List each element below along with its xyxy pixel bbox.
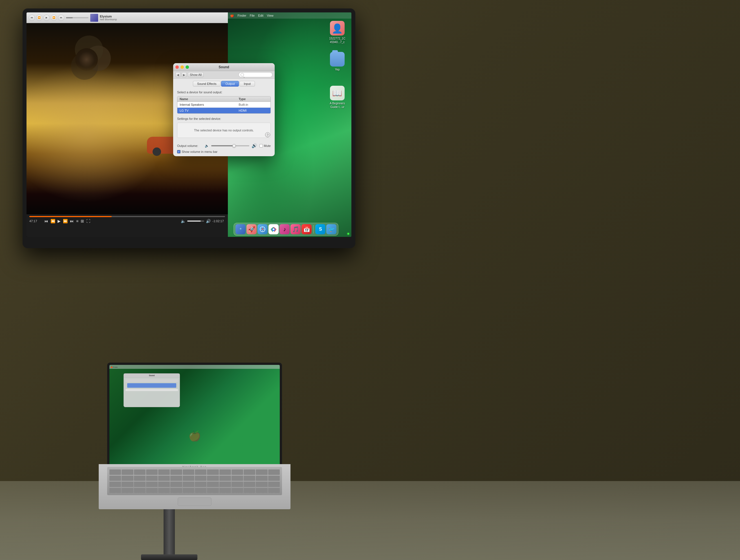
key-44[interactable] (121, 487, 133, 493)
device-row-lgtv[interactable]: LG TV HDMI (177, 108, 270, 113)
key-2[interactable] (121, 469, 133, 475)
laptop-trackpad[interactable] (178, 497, 211, 506)
key-54[interactable] (244, 487, 255, 493)
itunes-progress-bar[interactable] (66, 17, 89, 18)
key-43[interactable] (109, 487, 121, 493)
key-11[interactable] (232, 469, 243, 475)
nav-back-button[interactable]: ◀ (175, 72, 181, 77)
vlc-playlist-button[interactable]: ≡ (76, 219, 78, 223)
key-51[interactable] (207, 487, 218, 493)
key-52[interactable] (219, 487, 231, 493)
dock-icon-itunes[interactable]: ♪ (279, 224, 290, 234)
key-34[interactable] (170, 481, 182, 487)
key-32[interactable] (146, 481, 158, 487)
itunes-prev-button[interactable]: ⏮ (29, 15, 35, 21)
key-27[interactable] (256, 475, 267, 481)
itunes-play-button[interactable]: ▶ (43, 15, 50, 21)
vlc-step-back-button[interactable]: ⏪ (51, 219, 55, 223)
key-12[interactable] (244, 469, 255, 475)
key-7[interactable] (183, 469, 194, 475)
key-45[interactable] (134, 487, 146, 493)
key-21[interactable] (183, 475, 194, 481)
vlc-progress-bar[interactable] (29, 216, 225, 217)
help-button[interactable]: ? (265, 132, 270, 137)
key-46[interactable] (146, 487, 158, 493)
key-3[interactable] (134, 469, 146, 475)
dock-icon-skype[interactable]: S (315, 224, 326, 234)
edit-menu[interactable]: Edit (258, 14, 263, 17)
minimize-button[interactable] (181, 66, 184, 69)
apple-menu[interactable]: 🍎 (230, 14, 234, 17)
tab-input[interactable]: Input (240, 81, 255, 87)
key-13[interactable] (256, 469, 267, 475)
vlc-volume-slider[interactable] (187, 220, 204, 222)
key-19[interactable] (158, 475, 170, 481)
dock-icon-calendar[interactable]: 📅 (301, 224, 312, 234)
output-volume-slider[interactable] (211, 145, 249, 146)
itunes-next-button[interactable]: ⏭ (58, 15, 64, 21)
key-56[interactable] (268, 487, 280, 493)
key-5[interactable] (158, 469, 170, 475)
key-35[interactable] (183, 481, 194, 487)
close-button[interactable] (175, 66, 179, 69)
key-15[interactable] (109, 475, 121, 481)
key-4[interactable] (146, 469, 158, 475)
dock-icon-launchpad[interactable]: 🚀 (247, 224, 257, 234)
key-6[interactable] (170, 469, 182, 475)
show-volume-checkbox[interactable]: ✓ (177, 150, 181, 154)
key-37[interactable] (207, 481, 218, 487)
maximize-button[interactable] (186, 66, 189, 69)
view-menu[interactable]: View (267, 14, 274, 17)
itunes-rewind-button[interactable]: ⏪ (36, 15, 42, 21)
key-40[interactable] (244, 481, 255, 487)
vlc-skip-back-button[interactable]: ⏮ (44, 219, 48, 223)
dock-icon-finder[interactable] (236, 224, 246, 234)
desktop-icon-yep[interactable]: Yep (326, 52, 349, 71)
key-49[interactable] (183, 487, 194, 493)
key-31[interactable] (134, 481, 146, 487)
key-39[interactable] (232, 481, 243, 487)
file-menu[interactable]: File (250, 14, 255, 17)
device-row-internal[interactable]: Internal Speakers Built-in (177, 102, 270, 108)
key-23[interactable] (207, 475, 218, 481)
key-41[interactable] (256, 481, 267, 487)
key-10[interactable] (219, 469, 231, 475)
key-17[interactable] (134, 475, 146, 481)
dock-icon-chrome[interactable] (269, 224, 279, 234)
tab-output[interactable]: Output (221, 81, 239, 87)
key-42[interactable] (268, 481, 280, 487)
key-50[interactable] (195, 487, 206, 493)
key-48[interactable] (170, 487, 182, 493)
key-14[interactable] (268, 469, 280, 475)
key-30[interactable] (121, 481, 133, 487)
mute-checkbox[interactable] (260, 144, 263, 148)
dock-icon-music[interactable]: 🎵 (290, 224, 301, 234)
finder-menu[interactable]: Finder (238, 14, 246, 17)
key-38[interactable] (219, 481, 231, 487)
key-25[interactable] (232, 475, 243, 481)
key-26[interactable] (244, 475, 255, 481)
nav-forward-button[interactable]: ▶ (182, 72, 187, 77)
vlc-play-button[interactable]: ▶ (58, 219, 61, 223)
desktop-icon-guide[interactable]: A Beginners Guide t...ur (326, 86, 349, 109)
desktop-icon-photo[interactable]: 1522772_1C 45940...7_c (326, 21, 349, 44)
key-22[interactable] (195, 475, 206, 481)
dock-icon-twitter[interactable]: 🐦 (326, 224, 337, 234)
vlc-step-fwd-button[interactable]: ⏩ (63, 219, 68, 223)
key-33[interactable] (158, 481, 170, 487)
key-20[interactable] (170, 475, 182, 481)
key-9[interactable] (207, 469, 218, 475)
show-all-button[interactable]: Show All (188, 72, 204, 77)
dock-icon-safari[interactable] (258, 224, 268, 234)
key-36[interactable] (195, 481, 206, 487)
key-28[interactable] (268, 475, 280, 481)
key-24[interactable] (219, 475, 231, 481)
vlc-fullscreen-button[interactable]: ⛶ (86, 219, 90, 223)
tab-sound-effects[interactable]: Sound Effects (193, 81, 220, 87)
key-18[interactable] (146, 475, 158, 481)
key-16[interactable] (121, 475, 133, 481)
key-47[interactable] (158, 487, 170, 493)
key-1[interactable] (109, 469, 121, 475)
key-8[interactable] (195, 469, 206, 475)
vlc-skip-fwd-button[interactable]: ⏭ (70, 219, 74, 223)
